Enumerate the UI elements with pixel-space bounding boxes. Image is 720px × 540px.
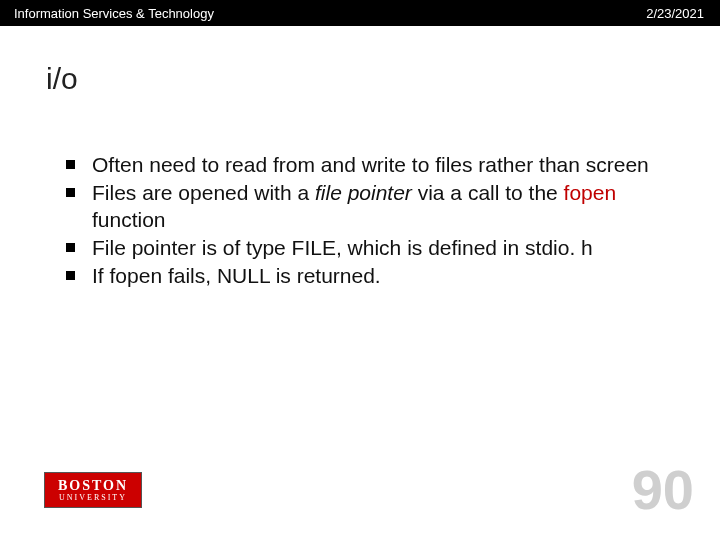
- bullet-text: If fopen fails, NULL is returned.: [92, 264, 381, 287]
- bullet-item: Often need to read from and write to fil…: [60, 152, 660, 178]
- slide-title: i/o: [0, 26, 720, 96]
- bullet-text: Often need to read from and write to fil…: [92, 153, 649, 176]
- slide: Information Services & Technology 2/23/2…: [0, 0, 720, 540]
- bullet-text: function: [92, 208, 166, 231]
- bullet-item: File pointer is of type FILE, which is d…: [60, 235, 660, 261]
- boston-university-logo: BOSTON UNIVERSITY: [44, 472, 142, 508]
- logo-line1: BOSTON: [58, 479, 128, 493]
- logo-line2: UNIVERSITY: [59, 494, 127, 502]
- bullet-text-keyword: fopen: [564, 181, 617, 204]
- bullet-text: via a call to the: [412, 181, 564, 204]
- header-org: Information Services & Technology: [14, 6, 214, 21]
- slide-body: Often need to read from and write to fil…: [0, 96, 720, 289]
- bullet-text: Files are opened with a: [92, 181, 315, 204]
- bullet-item: If fopen fails, NULL is returned.: [60, 263, 660, 289]
- header-date: 2/23/2021: [646, 6, 704, 21]
- bullet-text-italic: file pointer: [315, 181, 412, 204]
- bullet-text: File pointer is of type FILE, which is d…: [92, 236, 593, 259]
- bullet-list: Often need to read from and write to fil…: [60, 152, 660, 289]
- bullet-item: Files are opened with a file pointer via…: [60, 180, 660, 233]
- page-number: 90: [632, 457, 694, 522]
- header-bar: Information Services & Technology 2/23/2…: [0, 0, 720, 26]
